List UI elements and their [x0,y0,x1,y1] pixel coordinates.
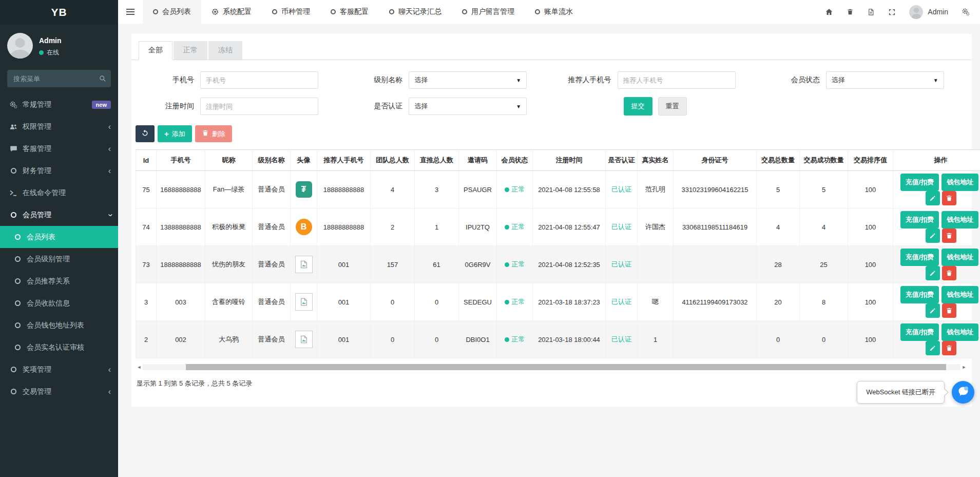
recharge-button[interactable]: 充值/扣费 [900,249,939,266]
wallet-address-button[interactable]: 钱包地址 [941,174,978,191]
horizontal-scrollbar[interactable]: ◄ ► [136,364,968,371]
verified-select[interactable]: 选择▼ [409,98,527,115]
verified-badge: 已认证 [611,223,631,231]
sidebar-item-权限管理[interactable]: 权限管理‹ [0,116,118,138]
submit-button[interactable]: 提交 [624,97,652,116]
cell-id_card [674,321,757,358]
cell-trade_sort: 100 [848,208,893,246]
sidebar-subitem-会员钱包地址列表[interactable]: 会员钱包地址列表 [0,314,118,336]
scroll-right-arrow[interactable]: ► [960,365,968,370]
search-icon[interactable] [99,75,106,82]
nav-tab-会员列表[interactable]: 会员列表 [143,0,201,24]
recharge-button[interactable]: 充值/扣费 [900,211,939,228]
phone-input[interactable] [200,71,318,89]
nav-tab-账单流水[interactable]: 账单流水 [525,0,583,24]
edit-button[interactable] [926,228,940,243]
regtime-input[interactable] [200,98,318,115]
table-row: 7516888888888Fan—绿茶普通会员₮1888888888843PSA… [136,171,980,208]
cell-team_total: 0 [371,321,415,358]
edit-button[interactable] [926,341,940,355]
chevron-left-icon: ‹ [108,167,111,175]
wallet-address-button[interactable]: 钱包地址 [941,249,978,266]
delete-row-button[interactable] [942,303,956,318]
nav-tab-label: 会员列表 [162,7,191,16]
circle-icon [7,367,20,372]
table-row: 2002大乌鸦普通会员00100DBI0O1正常2021-03-18 18:00… [136,321,980,358]
nav-tab-客服配置[interactable]: 客服配置 [320,0,379,24]
status-tab-正常[interactable]: 正常 [174,41,207,60]
clear-page-icon[interactable] [867,8,875,16]
broken-image-icon [295,293,313,311]
sidebar-item-财务管理[interactable]: 财务管理‹ [0,160,118,182]
column-header-会员状态: 会员状态 [497,150,533,171]
wallet-address-button[interactable]: 钱包地址 [941,211,978,228]
referrer-phone-input[interactable] [618,71,736,89]
status-tab-全部[interactable]: 全部 [139,41,172,60]
cell-trade_total: 4 [757,208,800,246]
cell-status: 正常 [497,171,533,208]
cell-direct_total: 3 [415,171,459,208]
sidebar-item-会员管理[interactable]: 会员管理‹ [0,204,118,226]
cell-id: 2 [136,321,157,358]
nav-tab-系统配置[interactable]: 系统配置 [201,0,262,24]
sidebar-subitem-会员级别管理[interactable]: 会员级别管理 [0,248,118,270]
edit-button[interactable] [926,191,940,205]
nav-tab-label: 聊天记录汇总 [398,7,441,16]
recharge-button[interactable]: 充值/扣费 [900,286,939,303]
settings-cogs-icon[interactable] [962,8,970,16]
sidebar-item-交易管理[interactable]: 交易管理‹ [0,380,118,403]
recharge-button[interactable]: 充值/扣费 [900,174,939,191]
reset-button[interactable]: 重置 [658,97,687,116]
status-tab-冻结[interactable]: 冻结 [208,41,242,60]
trash-icon[interactable] [847,8,854,15]
scroll-left-arrow[interactable]: ◄ [136,365,143,370]
member-status-select[interactable]: 选择▼ [826,71,944,89]
sidebar-subitem-会员推荐关系[interactable]: 会员推荐关系 [0,270,118,292]
menu-search-input[interactable] [7,70,111,87]
delete-row-button[interactable] [942,191,956,205]
status-text: 正常 [512,297,525,307]
delete-row-button[interactable] [942,228,956,243]
circle-icon [15,345,21,350]
recharge-button[interactable]: 充值/扣费 [900,323,939,341]
cell-id_card: 330681198511184619 [674,208,757,246]
cell-level: 普通会员 [253,208,291,246]
user-menu[interactable]: Admin [909,5,948,19]
sidebar-item-奖项管理[interactable]: 奖项管理‹ [0,358,118,380]
sidebar-item-常规管理[interactable]: 常规管理new [0,93,118,116]
sidebar-subitem-会员收款信息[interactable]: 会员收款信息 [0,292,118,314]
refresh-button[interactable] [136,125,155,142]
fullscreen-icon[interactable] [888,8,896,16]
chat-widget-button[interactable] [952,381,974,404]
circle-icon [272,9,277,14]
nav-tab-聊天记录汇总[interactable]: 聊天记录汇总 [379,0,452,24]
cell-status: 正常 [497,283,533,321]
scrollbar-thumb[interactable] [186,364,946,370]
sidebar-item-在线命令管理[interactable]: 在线命令管理 [0,182,118,204]
status-text: 正常 [512,222,525,232]
home-icon[interactable] [825,8,833,16]
cell-trade_sort: 100 [848,283,893,321]
delete-row-button[interactable] [942,266,956,280]
hamburger-icon[interactable] [118,0,143,24]
circle-icon [15,256,21,262]
add-button[interactable]: +添加 [158,125,192,142]
column-header-头像: 头像 [291,150,317,171]
sidebar-subitem-会员列表[interactable]: 会员列表 [0,226,118,248]
level-select[interactable]: 选择▼ [409,71,527,89]
wallet-address-button[interactable]: 钱包地址 [941,286,978,303]
cell-trade_sort: 100 [848,246,893,283]
nav-tab-币种管理[interactable]: 币种管理 [262,0,320,24]
column-header-交易成功数量: 交易成功数量 [800,150,848,171]
delete-row-button[interactable] [942,341,956,355]
scrollbar-track[interactable] [143,364,960,370]
sidebar-item-客服管理[interactable]: 客服管理‹ [0,138,118,160]
edit-button[interactable] [926,303,940,318]
top-navbar: 会员列表系统配置币种管理客服配置聊天记录汇总用户留言管理账单流水 Admin [118,0,980,24]
nav-tab-用户留言管理[interactable]: 用户留言管理 [452,0,525,24]
edit-button[interactable] [926,266,940,280]
sidebar-subitem-会员实名认证审核[interactable]: 会员实名认证审核 [0,336,118,358]
wallet-address-button[interactable]: 钱包地址 [941,323,978,341]
cell-referrer: 001 [317,246,371,283]
delete-button[interactable]: 删除 [195,125,232,142]
